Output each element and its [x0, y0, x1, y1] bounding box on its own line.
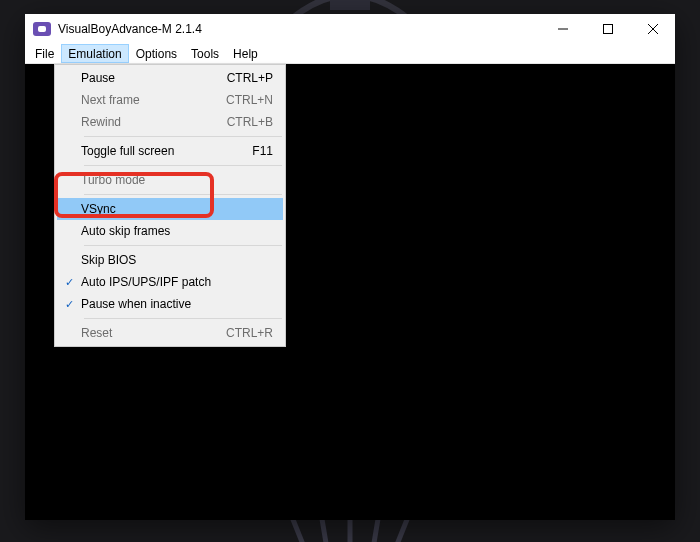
- menuitem-label: Toggle full screen: [81, 144, 252, 158]
- menu-separator: [84, 194, 282, 195]
- menuitem-toggle-full-screen[interactable]: Toggle full screenF11: [57, 140, 283, 162]
- window-title: VisualBoyAdvance-M 2.1.4: [58, 22, 540, 36]
- menuitem-label: Pause when inactive: [81, 297, 283, 311]
- menu-separator: [84, 318, 282, 319]
- menuitem-shortcut: CTRL+R: [226, 326, 283, 340]
- check-icon: ✓: [57, 276, 81, 289]
- maximize-button[interactable]: [585, 14, 630, 44]
- check-icon: ✓: [57, 298, 81, 311]
- minimize-button[interactable]: [540, 14, 585, 44]
- menuitem-label: Auto skip frames: [81, 224, 283, 238]
- menuitem-label: VSync: [81, 202, 283, 216]
- menuitem-label: Pause: [81, 71, 227, 85]
- close-button[interactable]: [630, 14, 675, 44]
- menuitem-turbo-mode: Turbo mode: [57, 169, 283, 191]
- menuitem-shortcut: CTRL+P: [227, 71, 283, 85]
- menuitem-vsync[interactable]: VSync: [57, 198, 283, 220]
- menuitem-shortcut: CTRL+B: [227, 115, 283, 129]
- menuitem-label: Rewind: [81, 115, 227, 129]
- menuitem-next-frame: Next frameCTRL+N: [57, 89, 283, 111]
- minimize-icon: [558, 24, 568, 34]
- svg-rect-2: [603, 25, 612, 34]
- maximize-icon: [603, 24, 613, 34]
- menu-separator: [84, 165, 282, 166]
- emulation-menu-dropdown: PauseCTRL+PNext frameCTRL+NRewindCTRL+BT…: [54, 64, 286, 347]
- close-icon: [648, 24, 658, 34]
- menuitem-auto-skip-frames[interactable]: Auto skip frames: [57, 220, 283, 242]
- menuitem-label: Skip BIOS: [81, 253, 283, 267]
- app-window: VisualBoyAdvance-M 2.1.4 FileEmulationOp…: [25, 14, 675, 520]
- menuitem-shortcut: F11: [252, 144, 283, 158]
- titlebar[interactable]: VisualBoyAdvance-M 2.1.4: [25, 14, 675, 44]
- menubar: FileEmulationOptionsToolsHelp: [25, 44, 675, 64]
- window-controls: [540, 14, 675, 44]
- menuitem-label: Next frame: [81, 93, 226, 107]
- menuitem-rewind: RewindCTRL+B: [57, 111, 283, 133]
- menu-tools[interactable]: Tools: [184, 44, 226, 63]
- menu-emulation[interactable]: Emulation: [61, 44, 128, 63]
- menuitem-label: Reset: [81, 326, 226, 340]
- menu-file[interactable]: File: [28, 44, 61, 63]
- menuitem-reset: ResetCTRL+R: [57, 322, 283, 344]
- menu-separator: [84, 245, 282, 246]
- svg-rect-0: [330, 0, 370, 10]
- menuitem-label: Turbo mode: [81, 173, 283, 187]
- menu-separator: [84, 136, 282, 137]
- menuitem-skip-bios[interactable]: Skip BIOS: [57, 249, 283, 271]
- menuitem-label: Auto IPS/UPS/IPF patch: [81, 275, 283, 289]
- menuitem-pause-when-inactive[interactable]: ✓Pause when inactive: [57, 293, 283, 315]
- menu-options[interactable]: Options: [129, 44, 184, 63]
- menu-help[interactable]: Help: [226, 44, 265, 63]
- menuitem-pause[interactable]: PauseCTRL+P: [57, 67, 283, 89]
- app-icon: [33, 22, 51, 36]
- emulator-display: PauseCTRL+PNext frameCTRL+NRewindCTRL+BT…: [25, 64, 675, 520]
- menuitem-auto-ips-ups-ipf-patch[interactable]: ✓Auto IPS/UPS/IPF patch: [57, 271, 283, 293]
- menuitem-shortcut: CTRL+N: [226, 93, 283, 107]
